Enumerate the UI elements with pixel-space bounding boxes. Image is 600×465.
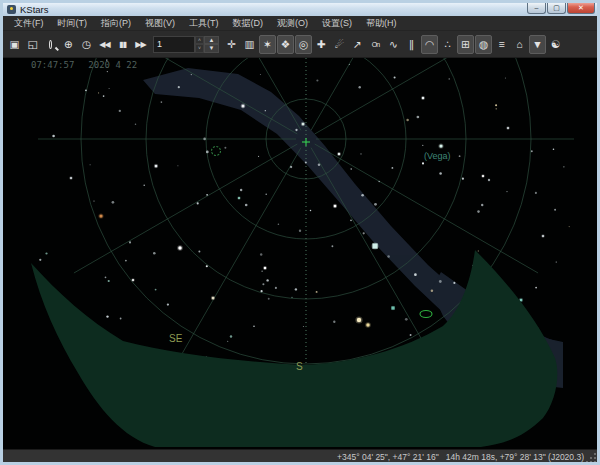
show-constellation-lines-button[interactable]: ∿ [385,35,402,54]
kstars-window: KStars – ▢ ✕ 文件(F)时间(T)指向(P)视图(V)工具(T)数据… [0,0,600,465]
kstars-app-icon [7,5,16,14]
show-stars-icon: ✶ [263,38,272,50]
whats-interesting-icon: ≡ [498,38,504,50]
timestep-unit-up-button[interactable]: ˄ [195,36,204,45]
track-object-icon: ✛ [227,38,236,50]
sky-canvas[interactable]: SES(Vega) [3,58,597,449]
show-constellation-names-button[interactable]: ∴ [439,35,456,54]
menu-bar: 文件(F)时间(T)指向(P)视图(V)工具(T)数据(D)观测(O)设置(S)… [3,16,597,31]
show-constellation-boundaries-button[interactable]: ∥ [403,35,420,54]
timestep-up-button[interactable]: ▲ [204,36,219,45]
timestep-down-button[interactable]: ▼ [204,44,219,53]
show-supernovae-button[interactable]: ✚ [313,35,330,54]
time-advance-button[interactable]: ▶▶ [132,35,149,54]
time-rewind-icon: ◀◀ [99,40,109,49]
menu-item-6[interactable]: 观测(O) [270,16,315,30]
menu-item-7[interactable]: 设置(S) [315,16,359,30]
ekos-icon: ☯ [551,38,560,50]
track-object-button[interactable]: ✛ [223,35,240,54]
time-stop-icon: ▮▮ [119,40,126,49]
show-ground-icon: ◍ [479,38,488,50]
close-button[interactable]: ✕ [567,2,595,14]
set-time-icon: ◷ [82,38,91,50]
set-geographic-location-button[interactable]: ⊕ [60,35,77,54]
menu-item-3[interactable]: 视图(V) [138,16,182,30]
resize-grip[interactable] [587,454,596,463]
set-geographic-location-icon: ⊕ [64,38,73,50]
simulation-clock: 07:47:57 2020 4 22 [31,60,137,70]
show-milky-way-icon: ◠ [425,38,434,50]
menu-item-2[interactable]: 指向(P) [94,16,138,30]
menu-item-4[interactable]: 工具(T) [182,16,226,30]
menu-item-0[interactable]: 文件(F) [7,16,51,30]
zoom-in-button[interactable]: ▣ [6,35,23,54]
set-time-button[interactable]: ◷ [78,35,95,54]
window-controls: – ▢ ✕ [527,2,595,14]
export-sky-image-button[interactable]: ▥ [241,35,258,54]
show-asteroids-button[interactable]: ↗ [349,35,366,54]
status-bar: +345° 04' 25", +47° 21' 16" 14h 42m 18s,… [3,449,597,464]
coordinates-readout: +345° 04' 25", +47° 21' 16" 14h 42m 18s,… [337,452,584,462]
menu-item-1[interactable]: 时间(T) [51,16,95,30]
zoom-out-icon: ◱ [28,38,38,50]
show-deep-sky-objects-icon: ❖ [281,38,290,50]
show-ground-button[interactable]: ◍ [475,35,492,54]
timestep-value[interactable]: 1 [153,36,195,53]
ekos-button[interactable]: ☯ [547,35,564,54]
show-comets-icon: ☄ [335,38,344,50]
sky-label-S: S [296,361,303,372]
show-supernovae-icon: ✚ [317,38,326,50]
show-constellation-lines-icon: ∿ [389,38,398,50]
menu-item-8[interactable]: 帮助(H) [359,16,404,30]
clock-date: 2020 4 22 [88,60,137,70]
time-rewind-button[interactable]: ◀◀ [96,35,113,54]
find-object-icon [49,40,52,49]
show-equatorial-grid-icon: ⊞ [461,38,470,50]
indi-control-panel-button[interactable]: ⌂ [511,35,528,54]
show-solar-system-icon: ◎ [299,38,308,50]
whats-interesting-button[interactable]: ≡ [493,35,510,54]
maximize-button[interactable]: ▢ [547,2,566,14]
show-constellation-boundaries-icon: ∥ [409,38,414,50]
timestep-unit-down-button[interactable]: ˅ [195,44,204,53]
sky-label-SE: SE [169,333,183,344]
show-solar-system-button[interactable]: ◎ [295,35,312,54]
show-milky-way-button[interactable]: ◠ [421,35,438,54]
timestep-spinbox[interactable]: 1˄˅▲▼ [153,35,219,54]
eyepiece-view-icon: ▼ [532,38,542,50]
window-title: KStars [20,3,49,16]
time-advance-icon: ▶▶ [135,40,145,49]
show-satellites-button[interactable]: On [367,35,384,54]
indi-control-panel-icon: ⌂ [516,38,522,50]
minimize-button[interactable]: – [527,2,546,14]
show-deep-sky-objects-button[interactable]: ❖ [277,35,294,54]
eyepiece-view-button[interactable]: ▼ [529,35,546,54]
time-stop-button[interactable]: ▮▮ [114,35,131,54]
find-object-button[interactable] [42,35,59,54]
zoom-out-button[interactable]: ◱ [24,35,41,54]
show-stars-button[interactable]: ✶ [259,35,276,54]
main-toolbar: ▣◱⊕◷◀◀▮▮▶▶1˄˅▲▼✛▥✶❖◎✚☄↗On∿∥◠∴⊞◍≡⌂▼☯ [3,31,597,58]
show-satellites-icon: On [372,41,379,48]
zoom-in-icon: ▣ [10,38,20,50]
export-sky-image-icon: ▥ [245,38,255,50]
sky-label-Vega: (Vega) [424,151,451,161]
sky-map[interactable]: 07:47:57 2020 4 22 SES(Vega) [3,58,597,449]
show-constellation-names-icon: ∴ [444,38,451,50]
show-comets-button[interactable]: ☄ [331,35,348,54]
menu-item-5[interactable]: 数据(D) [226,16,271,30]
clock-time: 07:47:57 [31,60,74,70]
show-asteroids-icon: ↗ [353,38,362,50]
title-bar[interactable]: KStars – ▢ ✕ [3,3,597,16]
show-equatorial-grid-button[interactable]: ⊞ [457,35,474,54]
